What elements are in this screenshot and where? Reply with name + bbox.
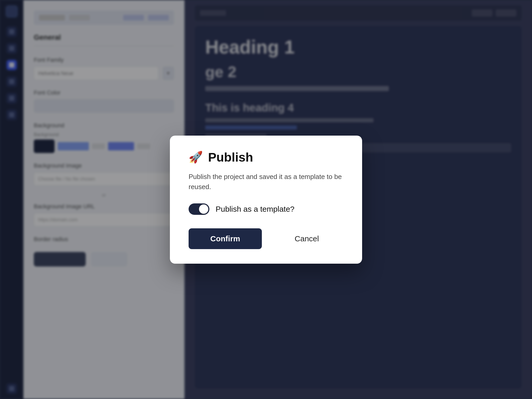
modal-toggle-row: Publish as a template? [189,203,343,215]
modal-description: Publish the project and saved it as a te… [189,172,343,192]
modal-overlay: 🚀 Publish Publish the project and saved … [0,0,532,399]
modal-buttons: Confirm Cancel [189,228,343,249]
toggle-label: Publish as a template? [216,205,295,214]
rocket-icon: 🚀 [189,151,203,163]
publish-modal: 🚀 Publish Publish the project and saved … [170,136,362,264]
cancel-button[interactable]: Cancel [270,228,343,249]
modal-title-row: 🚀 Publish [189,150,343,164]
publish-template-toggle[interactable] [189,203,209,215]
modal-title: Publish [208,150,253,164]
toggle-knob [199,204,208,214]
confirm-button[interactable]: Confirm [189,228,262,249]
